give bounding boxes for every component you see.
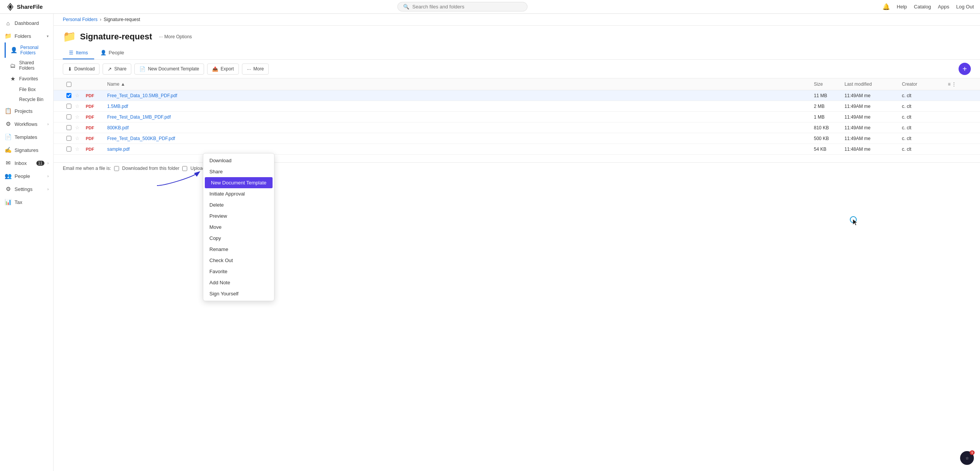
more-button[interactable]: ··· More xyxy=(242,64,269,75)
context-menu-delete[interactable]: Delete xyxy=(203,199,274,210)
cursor-icon xyxy=(853,219,858,226)
context-menu-new-doc-template[interactable]: New Document Template xyxy=(205,177,273,188)
export-button[interactable]: 📤 Export xyxy=(207,64,239,75)
star-empty-icon[interactable]: ☆ xyxy=(75,146,86,152)
sidebar-item-personal-folders[interactable]: 👤 Personal Folders xyxy=(5,42,53,58)
star-empty-icon[interactable]: ☆ xyxy=(75,125,86,130)
column-creator: Creator xyxy=(902,81,948,87)
sidebar-label-templates: Templates xyxy=(15,134,49,140)
file-size: 810 KB xyxy=(814,125,844,130)
context-menu-preview[interactable]: Preview xyxy=(203,210,274,222)
sidebar-item-settings[interactable]: ⚙ Settings › xyxy=(0,183,53,196)
column-name[interactable]: Name ▲ xyxy=(107,81,814,87)
logo[interactable]: ShareFile xyxy=(6,3,43,11)
file-checkbox[interactable] xyxy=(63,136,75,141)
sidebar-item-dashboard[interactable]: ⌂ Dashboard xyxy=(0,17,53,29)
context-menu-move[interactable]: Move xyxy=(203,222,274,233)
star-empty-icon[interactable]: ☆ xyxy=(75,103,86,109)
context-menu-share[interactable]: Share xyxy=(203,166,274,177)
sidebar-item-templates[interactable]: 📄 Templates xyxy=(0,130,53,143)
uploaded-checkbox[interactable] xyxy=(182,166,187,171)
people-tab-icon: 👤 xyxy=(100,50,106,55)
main-layout: ⌂ Dashboard 📁 Folders ▾ 👤 Personal Folde… xyxy=(0,14,980,471)
file-name[interactable]: Free_Test_Data_10.5MB_PDF.pdf xyxy=(107,93,814,98)
file-creator: c. clt xyxy=(902,136,948,141)
templates-icon: 📄 xyxy=(5,134,11,140)
file-modified: 11:49AM me xyxy=(844,93,902,98)
search-icon: 🔍 xyxy=(403,4,409,10)
help-link[interactable]: Help xyxy=(897,4,907,10)
sidebar-item-filebox[interactable]: File Box xyxy=(5,85,53,95)
file-name[interactable]: Free_Test_Data_500KB_PDF.pdf xyxy=(107,136,814,141)
downloaded-checkbox[interactable] xyxy=(114,166,119,171)
more-options-button[interactable]: ··· More Options xyxy=(156,33,195,41)
download-label: Download xyxy=(74,66,95,72)
more-dots-icon: ··· xyxy=(247,66,251,72)
context-menu-initiate-approval[interactable]: Initiate Approval xyxy=(203,188,274,199)
file-name[interactable]: Free_Test_Data_1MB_PDF.pdf xyxy=(107,114,814,120)
sidebar-item-signatures[interactable]: ✍ Signatures xyxy=(0,143,53,156)
context-menu-favorite[interactable]: Favorite xyxy=(203,266,274,277)
file-row[interactable]: ☆ PDF sample.pdf 54 KB 11:48AM me c. clt xyxy=(54,144,980,155)
context-menu-download[interactable]: Download xyxy=(203,155,274,166)
breadcrumb-parent[interactable]: Personal Folders xyxy=(63,17,98,22)
file-row[interactable]: ☆ PDF Free_Test_Data_10.5MB_PDF.pdf 11 M… xyxy=(54,90,980,101)
context-menu-checkout[interactable]: Check Out xyxy=(203,255,274,266)
apps-link[interactable]: Apps xyxy=(938,4,949,10)
logout-link[interactable]: Log Out xyxy=(956,4,974,10)
star-empty-icon[interactable]: ☆ xyxy=(75,114,86,120)
sidebar-item-recycle-bin[interactable]: Recycle Bin xyxy=(5,95,53,104)
sidebar-item-folders[interactable]: 📁 Folders ▾ xyxy=(0,29,53,42)
file-row[interactable]: ☆ PDF Free_Test_Data_500KB_PDF.pdf 500 K… xyxy=(54,133,980,144)
file-checkbox[interactable] xyxy=(63,147,75,152)
breadcrumb-separator: › xyxy=(100,17,101,22)
share-button[interactable]: ↗ Share xyxy=(103,64,131,75)
tab-items[interactable]: ☰ Items xyxy=(63,47,94,59)
context-menu-sign-yourself[interactable]: Sign Yourself xyxy=(203,288,274,299)
sidebar-item-inbox[interactable]: ✉ Inbox 11 › xyxy=(0,156,53,169)
more-label: More xyxy=(253,66,264,72)
file-size: 11 MB xyxy=(814,93,844,98)
catalog-link[interactable]: Catalog xyxy=(914,4,931,10)
file-checkbox[interactable] xyxy=(63,93,75,98)
sidebar-item-tax[interactable]: 📊 Tax xyxy=(0,196,53,209)
search-input[interactable] xyxy=(412,4,522,10)
file-modified: 11:49AM me xyxy=(844,114,902,120)
folder-title-row: 📁 Signature-request ··· More Options xyxy=(63,30,971,43)
file-checkbox[interactable] xyxy=(63,125,75,130)
sidebar-item-people[interactable]: 👥 People › xyxy=(0,169,53,183)
column-last-modified: Last modified xyxy=(844,81,902,87)
sidebar-item-workflows[interactable]: ⚙ Workflows › xyxy=(0,117,53,130)
bell-icon[interactable]: 🔔 xyxy=(882,3,890,10)
bottom-right-badge[interactable]: ☆ 9 xyxy=(960,451,974,465)
file-row[interactable]: ☆ PDF 1.5MB.pdf 2 MB 11:49AM me c. clt xyxy=(54,101,980,112)
file-creator: c. clt xyxy=(902,104,948,109)
star-empty-icon[interactable]: ☆ xyxy=(75,93,86,98)
logo-icon xyxy=(6,3,15,11)
new-doc-template-button[interactable]: 📄 New Document Template xyxy=(134,64,204,75)
file-list-container: Name ▲ Size Last modified Creator ≡ ⋮ ☆ … xyxy=(54,78,980,471)
file-name[interactable]: 800KB.pdf xyxy=(107,125,814,130)
file-row[interactable]: ☆ PDF 800KB.pdf 810 KB 11:49AM me c. clt xyxy=(54,122,980,133)
tab-people[interactable]: 👤 People xyxy=(94,47,130,59)
select-all-checkbox[interactable] xyxy=(63,82,75,87)
search-bar[interactable]: 🔍 xyxy=(397,2,528,11)
column-options: ≡ ⋮ xyxy=(948,81,971,87)
add-button[interactable]: + xyxy=(959,63,971,75)
star-empty-icon[interactable]: ☆ xyxy=(75,135,86,141)
file-name[interactable]: 1.5MB.pdf xyxy=(107,104,814,109)
file-modified: 11:49AM me xyxy=(844,136,902,141)
file-checkbox[interactable] xyxy=(63,104,75,109)
more-options-label: More Options xyxy=(164,34,192,39)
download-button[interactable]: ⬇ Download xyxy=(63,64,100,75)
context-menu-add-note[interactable]: Add Note xyxy=(203,277,274,288)
file-checkbox[interactable] xyxy=(63,114,75,119)
sidebar-item-projects[interactable]: 📋 Projects xyxy=(0,104,53,117)
file-name[interactable]: sample.pdf xyxy=(107,147,814,152)
file-row[interactable]: ☆ PDF Free_Test_Data_1MB_PDF.pdf 1 MB 11… xyxy=(54,112,980,122)
sidebar-label-recycle-bin: Recycle Bin xyxy=(19,97,49,102)
sidebar-item-favorites[interactable]: ★ Favorites xyxy=(5,73,53,85)
context-menu-rename[interactable]: Rename xyxy=(203,244,274,255)
sidebar-item-shared-folders[interactable]: 🗂 Shared Folders xyxy=(5,58,53,73)
context-menu-copy[interactable]: Copy xyxy=(203,233,274,244)
